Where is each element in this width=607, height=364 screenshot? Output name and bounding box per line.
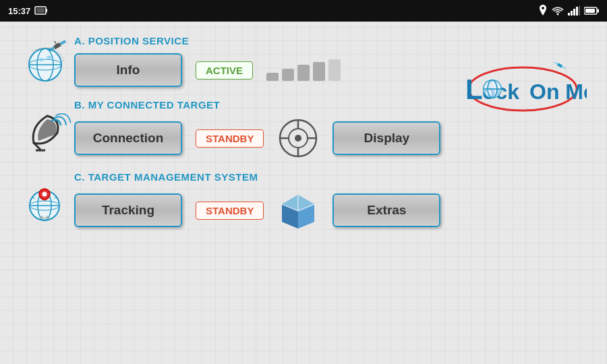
- logo-area: L ock On Me: [452, 59, 587, 119]
- svg-rect-7: [579, 6, 580, 16]
- section-b-icon: [20, 106, 74, 153]
- section-c-status: STANDBY: [196, 202, 264, 220]
- globe-satellite-icon: [24, 38, 71, 85]
- section-c-icon: [20, 177, 74, 226]
- svg-text:L: L: [465, 73, 483, 105]
- satellite-dish-icon: [24, 106, 71, 153]
- signal-icon: [568, 6, 580, 16]
- section-c-controls: Tracking STANDBY: [74, 189, 587, 231]
- crosshair-icon: [277, 117, 319, 159]
- signal-bar-5: [328, 59, 341, 81]
- svg-rect-6: [576, 7, 578, 16]
- section-a-status: ACTIVE: [196, 61, 253, 80]
- time-display: 15:37: [8, 6, 30, 16]
- svg-rect-10: [598, 9, 600, 13]
- section-c-title: C. TARGET MANAGEMENT SYSTEM: [74, 171, 587, 183]
- svg-rect-3: [568, 13, 570, 16]
- svg-line-31: [55, 41, 57, 44]
- device-icon: [34, 5, 48, 16]
- svg-rect-1: [36, 8, 45, 13]
- signal-bar-3: [297, 65, 310, 81]
- globe-pin-icon: [23, 177, 71, 226]
- signal-bar-1: [266, 73, 279, 81]
- status-bar: 15:37: [0, 0, 607, 22]
- wifi-icon: [552, 6, 564, 16]
- main-content: L ock On Me: [0, 22, 607, 364]
- svg-rect-14: [561, 66, 566, 69]
- svg-point-36: [295, 135, 301, 142]
- signal-bars: [266, 59, 341, 81]
- status-icons: [538, 5, 599, 17]
- section-c: C. TARGET MANAGEMENT SYSTEM Tracking STA…: [20, 171, 587, 231]
- status-time-area: 15:37: [8, 5, 48, 16]
- svg-rect-4: [571, 11, 573, 16]
- svg-rect-13: [554, 61, 558, 65]
- svg-rect-5: [573, 9, 575, 16]
- signal-bar-4: [313, 62, 325, 81]
- svg-text:On Me: On Me: [529, 80, 587, 104]
- section-a-icon: [20, 38, 74, 85]
- section-a-title: A. POSITION SERVICE: [74, 35, 587, 47]
- location-icon: [538, 5, 548, 17]
- tracking-button[interactable]: Tracking: [74, 193, 182, 227]
- lock-on-me-logo: L ock On Me: [452, 59, 587, 116]
- connection-button[interactable]: Connection: [74, 121, 182, 155]
- section-b-status: STANDBY: [196, 129, 264, 148]
- section-c-content: C. TARGET MANAGEMENT SYSTEM Tracking STA…: [74, 171, 587, 231]
- package-icon: [277, 189, 319, 231]
- svg-rect-2: [46, 9, 47, 12]
- svg-point-46: [42, 191, 47, 196]
- section-b-controls: Connection STANDBY Display: [74, 117, 587, 159]
- battery-icon: [584, 7, 599, 15]
- section-c-row: C. TARGET MANAGEMENT SYSTEM Tracking STA…: [20, 171, 587, 231]
- svg-rect-9: [585, 9, 595, 13]
- signal-bar-2: [282, 69, 294, 81]
- extras-button[interactable]: Extras: [333, 193, 440, 227]
- svg-rect-30: [59, 40, 66, 45]
- info-button[interactable]: Info: [74, 53, 182, 87]
- display-button[interactable]: Display: [333, 121, 440, 155]
